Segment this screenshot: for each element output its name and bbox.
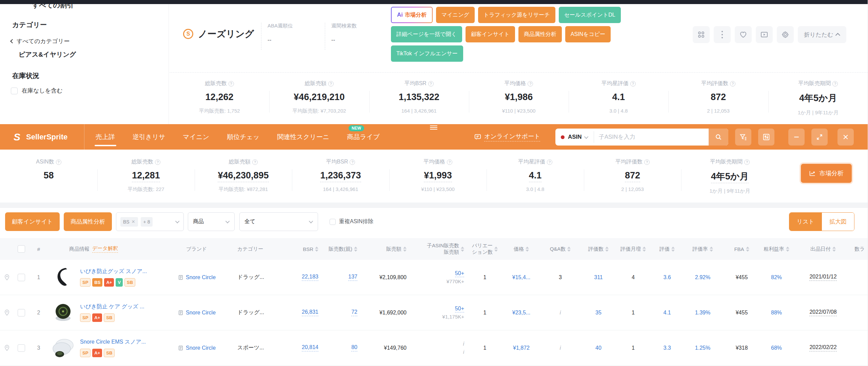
attribute-analysis-button[interactable]: 商品属性分析 bbox=[64, 212, 112, 231]
brand-link[interactable]: Snore Circle bbox=[186, 345, 216, 351]
col-margin[interactable]: 粗利益率 bbox=[761, 246, 792, 252]
nav-item-reverse-research[interactable]: 逆引きリサ bbox=[133, 124, 165, 150]
sellersprite-logo[interactable]: S SellerSprite bbox=[11, 124, 67, 150]
hamburger-menu-icon[interactable] bbox=[430, 126, 437, 130]
tiktok-influencer-button[interactable]: TikTok インフルエンサー bbox=[391, 45, 463, 62]
col-price[interactable]: 価格 bbox=[504, 246, 539, 252]
margin-link[interactable]: 82% bbox=[771, 274, 782, 281]
sales-link[interactable]: 80 bbox=[351, 344, 357, 351]
list-date-link[interactable]: 2021/01/12 bbox=[809, 274, 836, 281]
help-icon[interactable]: ? bbox=[528, 81, 533, 86]
view-list-button[interactable]: リスト bbox=[789, 213, 822, 231]
close-icon[interactable] bbox=[837, 129, 854, 146]
scope-select[interactable]: 全て bbox=[239, 212, 318, 231]
minimize-icon[interactable] bbox=[788, 129, 805, 146]
dedupe-asin-option[interactable]: 重複ASIN排除 bbox=[330, 218, 373, 225]
rating-rate-link[interactable]: 2.92% bbox=[695, 274, 710, 281]
apps-grid-icon[interactable] bbox=[693, 26, 710, 43]
badge-multiselect[interactable]: BS✕ + 8 bbox=[116, 212, 184, 231]
col-sales[interactable]: 販売数(親) bbox=[320, 246, 359, 252]
nav-item-mining[interactable]: マイニン bbox=[183, 124, 209, 150]
help-icon[interactable]: ? bbox=[744, 159, 750, 165]
product-image[interactable] bbox=[51, 265, 75, 290]
row-checkbox[interactable] bbox=[18, 309, 25, 316]
help-icon[interactable]: ? bbox=[229, 81, 234, 86]
remove-tag-icon[interactable]: ✕ bbox=[132, 219, 135, 224]
nav-item-rank-check[interactable]: 順位チェッ bbox=[227, 124, 259, 150]
help-icon[interactable]: ? bbox=[832, 81, 838, 86]
col-rating-rate[interactable]: 評価率 bbox=[683, 246, 722, 252]
margin-link[interactable]: 68% bbox=[771, 345, 782, 351]
pin-icon[interactable] bbox=[0, 345, 14, 351]
help-icon[interactable]: ? bbox=[630, 81, 636, 86]
all-categories-link[interactable]: すべてのカテゴリー bbox=[11, 37, 70, 45]
mining-button[interactable]: マイニング bbox=[436, 7, 475, 23]
search-button[interactable] bbox=[709, 129, 728, 146]
select-all-checkbox[interactable] bbox=[18, 245, 25, 253]
pin-icon[interactable] bbox=[0, 274, 14, 281]
rating-link[interactable]: 3.6 bbox=[663, 274, 671, 281]
price-link[interactable]: ¥23,5... bbox=[512, 310, 530, 316]
help-icon[interactable]: ? bbox=[730, 81, 735, 86]
include-out-of-stock-checkbox[interactable] bbox=[11, 88, 18, 94]
sales-link[interactable]: 72 bbox=[351, 309, 357, 316]
market-analysis-button[interactable]: 市場分析 bbox=[801, 164, 852, 183]
reviews-link[interactable]: 35 bbox=[595, 310, 601, 316]
help-icon[interactable]: ? bbox=[644, 159, 650, 165]
column-settings-icon[interactable] bbox=[758, 129, 774, 146]
selected-tag-bs[interactable]: BS✕ bbox=[120, 217, 138, 227]
child-sales-link[interactable]: 50+ bbox=[455, 270, 464, 277]
reviews-link[interactable]: 40 bbox=[595, 345, 601, 351]
help-icon[interactable]: ? bbox=[56, 159, 61, 165]
search-type-select[interactable]: ASIN bbox=[555, 129, 594, 146]
product-title-link[interactable]: Snore Circle EMS スノア... bbox=[80, 339, 146, 346]
col-review-inc[interactable]: 評価月増 bbox=[615, 246, 651, 252]
customer-insight-button[interactable]: 顧客インサイト bbox=[5, 212, 60, 231]
open-detail-pages-button[interactable]: 詳細ページを一括で開く bbox=[391, 26, 462, 42]
price-link[interactable]: ¥1,872 bbox=[513, 345, 530, 351]
more-options-icon[interactable] bbox=[714, 26, 731, 43]
reviews-link[interactable]: 311 bbox=[594, 274, 603, 281]
data-interpretation-link[interactable]: データ解釈 bbox=[92, 245, 118, 253]
sales-link[interactable]: 137 bbox=[348, 274, 357, 281]
collapse-button[interactable]: 折りたたむ bbox=[798, 26, 846, 43]
list-date-link[interactable]: 2022/07/08 bbox=[809, 309, 836, 316]
video-tutorial-icon[interactable] bbox=[756, 26, 773, 43]
customer-insight-button[interactable]: 顧客インサイト bbox=[466, 26, 515, 42]
table-row[interactable]: 3 Snore Circle EMS スノア... SP A+ SB bbox=[0, 330, 868, 366]
product-title-link[interactable]: いびき防止 ケア グッズ ... bbox=[80, 303, 144, 310]
dedupe-asin-checkbox[interactable] bbox=[330, 219, 336, 225]
help-icon[interactable]: ? bbox=[328, 81, 334, 86]
nav-item-sales-detail[interactable]: 売上詳 bbox=[96, 124, 115, 150]
copy-asin-button[interactable]: ASINをコピー bbox=[565, 26, 611, 42]
list-date-link[interactable]: 2022/02/22 bbox=[809, 344, 836, 351]
table-row[interactable]: 1 いびき防止グッズ スノア... SP BS A+ V SB Snore Ci… bbox=[0, 260, 868, 295]
child-sales-link[interactable]: 50+ bbox=[455, 306, 464, 312]
traffic-research-button[interactable]: トラフィック源をリサーチ bbox=[478, 7, 555, 23]
nav-item-relevance-screening[interactable]: 関連性スクリーニ bbox=[277, 124, 329, 150]
favorite-heart-icon[interactable] bbox=[735, 26, 752, 43]
brand-link[interactable]: Snore Circle bbox=[186, 310, 216, 316]
child-asin-input[interactable] bbox=[594, 134, 709, 140]
expand-icon[interactable] bbox=[811, 129, 828, 146]
col-child-sales[interactable]: 子ASIN販売数販売額 bbox=[409, 243, 466, 255]
pin-icon[interactable] bbox=[0, 309, 14, 316]
rating-rate-link[interactable]: 1.39% bbox=[695, 310, 710, 316]
sales-point-dl-button[interactable]: セールスポイントDL bbox=[559, 7, 621, 23]
bsr-link[interactable]: 26,831 bbox=[302, 309, 318, 316]
bsr-link[interactable]: 20,814 bbox=[302, 344, 318, 351]
table-row[interactable]: 2 いびき防止 ケア グッズ ... SP A+ SB bbox=[0, 295, 868, 330]
help-icon[interactable]: ? bbox=[547, 159, 552, 165]
help-icon[interactable]: ? bbox=[350, 159, 355, 165]
product-title-link[interactable]: いびき防止グッズ スノア... bbox=[80, 268, 147, 275]
col-rating[interactable]: 評価 bbox=[651, 246, 683, 252]
row-checkbox[interactable] bbox=[18, 274, 25, 281]
filter-funnel-icon[interactable] bbox=[735, 129, 751, 146]
col-date[interactable]: 出品日付 bbox=[792, 246, 854, 252]
help-icon[interactable]: ? bbox=[428, 81, 434, 86]
include-out-of-stock-option[interactable]: 在庫なしを含む bbox=[11, 87, 63, 95]
product-image[interactable] bbox=[51, 301, 75, 325]
help-icon[interactable]: ? bbox=[155, 159, 160, 165]
help-icon[interactable]: ? bbox=[447, 159, 452, 165]
price-link[interactable]: ¥15,4... bbox=[512, 274, 530, 281]
